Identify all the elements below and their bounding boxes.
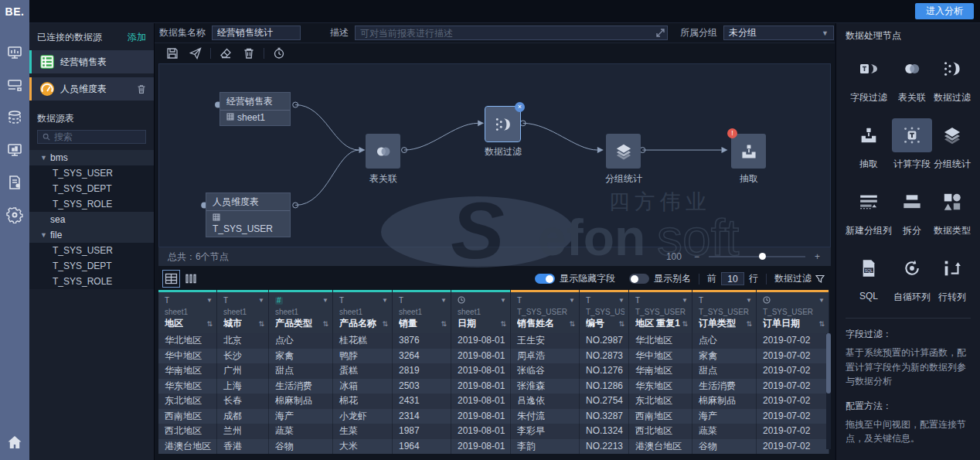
node-type-新建分组列[interactable]: 新建分组列: [846, 179, 892, 242]
sort-icon[interactable]: ⇅: [500, 320, 506, 328]
zoom-out-button[interactable]: −: [692, 251, 701, 262]
column-menu-icon[interactable]: ▼: [206, 297, 213, 304]
op-node-抽取[interactable]: !: [731, 134, 766, 169]
column-menu-icon[interactable]: ▼: [500, 297, 506, 304]
column-header-订单类型[interactable]: T▼ T_SYS_USER 订单类型⇅: [692, 290, 757, 333]
node-type-SQL[interactable]: SQL SQL: [846, 245, 892, 308]
node-type-自循环列[interactable]: 自循环列: [892, 245, 932, 308]
close-icon[interactable]: ×: [515, 102, 525, 112]
show-alias-toggle[interactable]: [629, 274, 649, 284]
report-icon[interactable]: [6, 174, 23, 191]
vertical-scrollbar[interactable]: [826, 333, 831, 449]
tree-item-T_SYS_USER[interactable]: T_SYS_USER: [29, 165, 154, 181]
source-item[interactable]: 经营销售表: [29, 50, 154, 73]
sort-icon[interactable]: ⇅: [206, 320, 213, 328]
tree-group-file[interactable]: ▼ file: [29, 227, 154, 243]
dashboard-icon[interactable]: [6, 44, 23, 61]
group-dropdown[interactable]: 未分组 ▼: [723, 26, 834, 40]
sort-icon[interactable]: ⇅: [618, 320, 624, 328]
column-header-编号[interactable]: T▼ T_SYS_USER 编号⇅: [580, 290, 629, 333]
history-icon[interactable]: [273, 47, 285, 60]
column-menu-icon[interactable]: ▼: [618, 297, 624, 304]
expand-icon[interactable]: [656, 29, 665, 37]
node-type-表关联[interactable]: 表关联: [892, 46, 932, 109]
show-hidden-fields-toggle[interactable]: [535, 274, 555, 284]
save-icon[interactable]: [166, 47, 179, 60]
column-menu-icon[interactable]: ▼: [322, 297, 328, 304]
table-node-title: 人员维度表: [206, 193, 290, 211]
settings-icon[interactable]: [6, 206, 23, 223]
dataset-name-input[interactable]: [212, 26, 301, 40]
description-input[interactable]: [355, 26, 668, 40]
add-source-link[interactable]: 添加: [128, 31, 146, 44]
column-menu-icon[interactable]: ▼: [682, 297, 688, 304]
sort-icon[interactable]: ⇅: [441, 320, 447, 328]
list-view-icon[interactable]: [185, 272, 198, 285]
column-header-地区 重复1[interactable]: T▼ T_SYS_USER 地区 重复1⇅: [629, 290, 692, 333]
column-header-地区[interactable]: T▼ sheet1 地区⇅: [158, 290, 217, 333]
column-menu-icon[interactable]: ▼: [441, 297, 447, 304]
slides-icon[interactable]: [6, 77, 23, 94]
sort-icon[interactable]: ⇅: [569, 320, 575, 328]
node-type-数据类型[interactable]: 数据类型: [932, 179, 972, 242]
tree-item-T_SYS_DEPT[interactable]: T_SYS_DEPT: [29, 181, 154, 196]
zoom-slider-handle[interactable]: [759, 253, 766, 260]
op-node-数据过滤[interactable]: ×: [485, 107, 520, 141]
column-header-城市[interactable]: T▼ sheet1 城市⇅: [217, 290, 269, 333]
eraser-icon[interactable]: [219, 47, 232, 60]
column-menu-icon[interactable]: ▼: [746, 297, 752, 304]
home-icon[interactable]: [6, 434, 23, 451]
op-node-表关联[interactable]: [366, 134, 400, 169]
tree-item-T_SYS_ROLE[interactable]: T_SYS_ROLE: [29, 274, 154, 289]
source-item[interactable]: 人员维度表: [29, 77, 154, 101]
database-icon[interactable]: [6, 109, 23, 126]
sort-icon[interactable]: ⇅: [746, 320, 752, 328]
trash-icon[interactable]: [243, 47, 255, 60]
table-node[interactable]: 经营销售表 sheet1: [219, 92, 291, 126]
sort-icon[interactable]: ⇅: [322, 320, 328, 328]
tree-item-T_SYS_USER[interactable]: T_SYS_USER: [29, 243, 154, 258]
node-type-分组统计[interactable]: 分组统计: [932, 112, 972, 175]
column-header-订单日期[interactable]: ▼ T_SYS_USER 订单日期⇅: [757, 290, 829, 333]
column-menu-icon[interactable]: ▼: [382, 297, 388, 304]
node-type-拆分[interactable]: 拆分: [892, 179, 932, 242]
sort-icon[interactable]: ⇅: [382, 320, 388, 328]
column-header-销售姓名[interactable]: T▼ T_SYS_USER 销售姓名⇅: [511, 290, 580, 333]
column-menu-icon[interactable]: ▼: [258, 297, 264, 304]
sort-icon[interactable]: ⇅: [258, 320, 264, 328]
column-menu-icon[interactable]: ▼: [818, 297, 825, 304]
tree-group-sea[interactable]: sea: [29, 212, 154, 227]
node-type-行转列[interactable]: 行转列: [932, 245, 972, 308]
node-type-字段过滤[interactable]: 字段过滤: [846, 46, 892, 109]
table-cell: 华南地区: [158, 363, 217, 379]
send-icon[interactable]: [189, 47, 202, 60]
monitor-icon[interactable]: [6, 141, 23, 158]
op-node-分组统计[interactable]: [606, 134, 641, 169]
zoom-slider[interactable]: [709, 256, 805, 257]
node-type-数据过滤[interactable]: 数据过滤: [932, 46, 972, 109]
table-node[interactable]: 人员维度表 T_SYS_USER: [206, 193, 291, 237]
row-limit-input[interactable]: [721, 272, 744, 285]
node-type-抽取[interactable]: 抽取: [846, 112, 892, 175]
table-view-icon[interactable]: [165, 272, 178, 285]
node-type-计算字段[interactable]: 计算字段: [892, 112, 932, 175]
data-filter-button[interactable]: 数据过滤: [774, 272, 825, 285]
sort-icon[interactable]: ⇅: [818, 320, 825, 328]
column-header-销量[interactable]: T▼ sheet1 销量⇅: [393, 290, 451, 333]
enter-analysis-button[interactable]: 进入分析: [915, 3, 974, 19]
column-menu-icon[interactable]: ▼: [569, 297, 575, 304]
source-name: 人员维度表: [60, 83, 107, 96]
sort-icon[interactable]: ⇅: [682, 320, 688, 328]
delete-source-icon[interactable]: [137, 84, 146, 94]
column-header-产品类型[interactable]: #▼ sheet1 产品类型⇅: [269, 290, 333, 333]
flow-canvas[interactable]: 经营销售表 sheet1 人员维度表 T_SYS_USER 表关联 × 数据过滤…: [158, 63, 831, 247]
tree-group-bms[interactable]: ▼ bms: [29, 150, 154, 165]
column-header-产品名称[interactable]: T▼ sheet1 产品名称⇅: [333, 290, 393, 333]
zoom-in-button[interactable]: +: [813, 251, 822, 262]
column-source: sheet1: [165, 308, 213, 316]
tree-item-T_SYS_DEPT[interactable]: T_SYS_DEPT: [29, 258, 154, 274]
tree-item-T_SYS_ROLE[interactable]: T_SYS_ROLE: [29, 196, 154, 212]
datasource-panel: 已连接的数据源 添加 经营销售表 人员维度表 数据源表 搜索 ▼ bms T_S…: [29, 23, 155, 460]
column-header-日期[interactable]: ▼ sheet1 日期⇅: [451, 290, 511, 333]
search-input[interactable]: 搜索: [37, 130, 146, 144]
